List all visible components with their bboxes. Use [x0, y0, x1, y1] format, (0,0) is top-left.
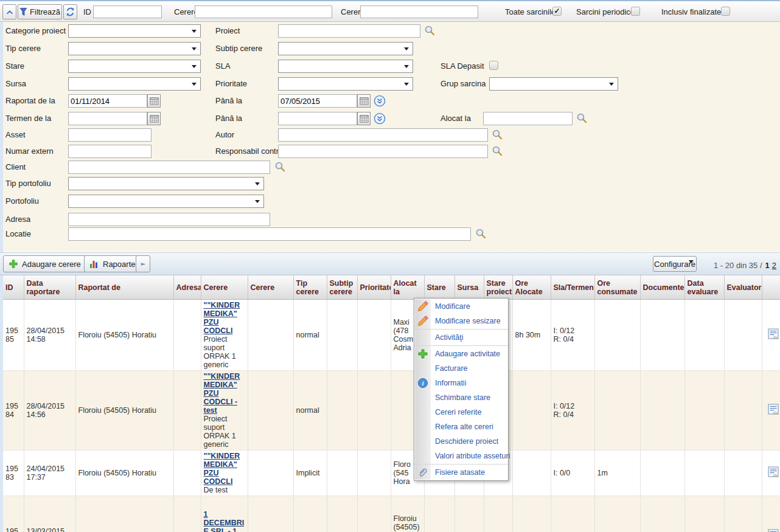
all-tasks-checkbox[interactable] — [552, 7, 562, 16]
subtip-cerere-select[interactable] — [278, 42, 413, 55]
prioritate-label: Prioritate — [215, 79, 247, 88]
request-link[interactable]: 1 DECEMBRIE SRL - 1 DECEMBRIE SRL unit t… — [204, 510, 245, 532]
calendar-icon — [150, 114, 159, 123]
alocat-la-search-button[interactable] — [576, 112, 588, 125]
pana-la-expand-button-1[interactable] — [374, 95, 386, 107]
header-sursa[interactable]: Sursa — [454, 275, 484, 300]
sla-depasit-checkbox[interactable] — [489, 61, 498, 70]
menu-item-fisiere-atasate[interactable]: Fisiere atasate — [414, 465, 508, 480]
menu-item-modificare[interactable]: Modificare — [414, 299, 508, 314]
id-input[interactable] — [93, 5, 162, 18]
cell-date: 28/04/2015 14:56 — [24, 371, 75, 451]
proiect-input[interactable] — [278, 24, 420, 38]
document-hand-icon[interactable] — [768, 404, 779, 415]
cell-actions — [762, 300, 780, 371]
menu-item-deschidere-proiect[interactable]: Deschidere proiect — [414, 434, 508, 449]
cell-ore-consumate — [594, 371, 640, 451]
header-cerere-1[interactable]: Cerere — [201, 275, 248, 300]
termen-de-la-input[interactable] — [68, 112, 147, 125]
prioritate-select[interactable] — [278, 77, 413, 91]
locatie-search-button[interactable] — [475, 228, 487, 241]
menu-item-valori-atribute-asseturi[interactable]: Valori atribute asseturi — [414, 449, 508, 463]
header-alocat-la[interactable]: Alocat la — [391, 275, 424, 300]
filter-button[interactable]: Filtrează — [18, 4, 62, 19]
periodic-tasks-checkbox[interactable] — [631, 7, 640, 16]
autor-search-button[interactable] — [491, 129, 503, 142]
proiect-search-button[interactable] — [423, 25, 436, 38]
document-hand-icon[interactable] — [768, 466, 779, 478]
stare-select[interactable] — [68, 60, 201, 73]
row-context-menu: Modificare Modificare sesizare Activităţ… — [414, 298, 509, 481]
sla-select[interactable] — [278, 60, 413, 73]
document-hand-icon[interactable] — [768, 529, 779, 532]
cerere-input-2[interactable] — [360, 5, 478, 18]
responsabil-contract-input[interactable] — [278, 145, 488, 158]
collapse-filter-button[interactable] — [2, 4, 16, 19]
menu-item-adaugare-activitate[interactable]: Adaugare activitate — [414, 347, 508, 361]
tip-portofoliu-select[interactable] — [68, 177, 264, 190]
locatie-input[interactable] — [68, 227, 471, 241]
categorie-proiect-select[interactable] — [68, 24, 201, 38]
menu-item-informatii[interactable]: i Informatii — [414, 376, 508, 390]
pana-la-input-2[interactable] — [278, 112, 357, 125]
termen-calendar-button[interactable] — [147, 112, 161, 125]
header-stare[interactable]: Stare — [424, 275, 454, 300]
alocat-la-input[interactable] — [483, 112, 573, 125]
tip-cerere-select[interactable] — [68, 42, 201, 55]
header-raportat-de[interactable]: Raportat de — [75, 275, 173, 300]
cell-prioritate — [357, 496, 391, 532]
client-search-button[interactable] — [274, 161, 286, 174]
cell-adresa — [173, 300, 201, 371]
cerere-input-1[interactable] — [195, 5, 332, 18]
reports-button[interactable]: Rapoarte — [84, 255, 141, 272]
header-data-evaluare[interactable]: Data evaluare — [684, 275, 724, 300]
pagination-page-2-link[interactable]: 2 — [772, 261, 776, 270]
menu-item-schimbare-stare[interactable]: Schimbare stare — [414, 390, 508, 405]
menu-item-cereri-referite[interactable]: Cereri referite — [414, 405, 508, 420]
cell-ore-alocate — [512, 496, 551, 532]
responsabil-search-button[interactable] — [491, 145, 503, 158]
asset-input[interactable] — [68, 128, 151, 142]
add-request-button[interactable]: Adaugare cerere — [3, 255, 86, 272]
cell-cerere2: qwerty — [248, 496, 293, 532]
header-cerere-2[interactable]: Cerere — [248, 275, 293, 300]
menu-item-modificare-sesizare[interactable]: Modificare sesizare — [414, 314, 508, 328]
header-ore-consumate[interactable]: Ore consumate — [594, 275, 640, 300]
raportat-calendar-button[interactable] — [147, 94, 161, 108]
autor-input[interactable] — [278, 128, 488, 142]
header-tip-cerere[interactable]: Tip cerere — [293, 275, 327, 300]
configure-button[interactable]: Configurare — [653, 256, 697, 272]
header-adresa[interactable]: Adresa — [173, 275, 201, 300]
request-link[interactable]: ""KINDER MEDIKA" PZU CODCLI — [204, 452, 240, 486]
cell-prioritate — [357, 451, 391, 496]
header-ore-alocate[interactable]: Ore Alocate — [512, 275, 551, 300]
header-evaluator[interactable]: Evaluator — [724, 275, 762, 300]
reports-export-button[interactable] — [136, 255, 150, 272]
header-sla-termen[interactable]: Sla/Termen — [551, 275, 594, 300]
refresh-button[interactable] — [63, 4, 77, 19]
adresa-input[interactable] — [68, 213, 270, 226]
raportat-de-la-input[interactable] — [68, 94, 147, 108]
header-documente[interactable]: Documente — [640, 275, 684, 300]
request-link[interactable]: ""KINDER MEDIKA" PZU CODCLI - test — [204, 372, 240, 415]
menu-item-activitati[interactable]: Activităţi — [414, 330, 508, 345]
portofoliu-select[interactable] — [68, 195, 264, 208]
header-data-raportare[interactable]: Data raportare — [24, 275, 75, 300]
request-link[interactable]: ""KINDER MEDIKA" PZU CODCLI — [204, 301, 240, 335]
document-hand-icon[interactable] — [768, 328, 779, 340]
header-id[interactable]: ID — [3, 275, 24, 300]
header-subtip-cerere[interactable]: Subtip cerere — [327, 275, 357, 300]
menu-item-refera-alte-cereri[interactable]: Refera alte cereri — [414, 420, 508, 434]
grup-sarcina-select[interactable] — [489, 77, 618, 91]
pana-la-input-1[interactable] — [278, 94, 357, 108]
pana-la-expand-button-2[interactable] — [374, 112, 386, 125]
header-prioritate[interactable]: Prioritate — [357, 275, 391, 300]
include-finalized-checkbox[interactable] — [721, 7, 730, 16]
numar-extern-input[interactable] — [68, 145, 151, 158]
client-input[interactable] — [68, 161, 270, 174]
pana-la-calendar-button-1[interactable] — [357, 94, 371, 108]
pana-la-calendar-button-2[interactable] — [357, 112, 371, 125]
header-stare-proiect[interactable]: Stare proiect — [484, 275, 512, 300]
sursa-select[interactable] — [68, 77, 201, 91]
menu-item-facturare[interactable]: Facturare — [414, 361, 508, 376]
